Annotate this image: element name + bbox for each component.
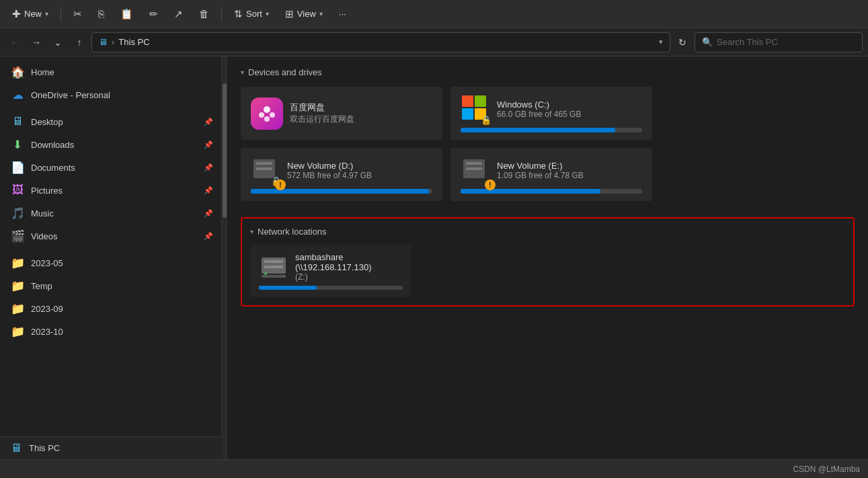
e-drive-icon (461, 155, 487, 182)
sidebar-footer[interactable]: 🖥 This PC (0, 436, 222, 459)
share-icon: ↗ (174, 8, 183, 20)
delete-button[interactable]: 🗑 (192, 5, 216, 22)
e-drive-card[interactable]: ! New Volume (E:) 1.09 GB free of 4.78 G… (450, 148, 652, 201)
main-layout: 🏠 Home ☁ OneDrive - Personal 🖥 Desktop 📌… (0, 56, 868, 459)
baidu-svg (256, 103, 278, 124)
forward-button[interactable]: → (27, 33, 46, 52)
baidu-name: 百度网盘 (290, 102, 354, 114)
sidebar-item-videos[interactable]: 🎬 Videos 📌 (0, 225, 221, 247)
svg-rect-12 (466, 162, 482, 165)
rename-button[interactable]: ✏ (143, 5, 165, 23)
svg-point-3 (264, 116, 270, 122)
thispc-label: This PC (29, 443, 60, 453)
samba-progress-bar (259, 286, 403, 290)
svg-point-17 (264, 272, 267, 275)
sidebar-item-documents[interactable]: 📄 Documents 📌 (0, 156, 221, 179)
new-button[interactable]: ✚ New ▾ (5, 5, 55, 23)
svg-rect-18 (262, 275, 286, 278)
sidebar-label-documents: Documents (31, 163, 197, 173)
content-area: ▾ Devices and drives 百度网盘 双击运行百度网盘 (227, 56, 868, 459)
samba-card-top: sambashare (\\192.168.117.130) (Z:) (259, 252, 403, 282)
sidebar-item-onedrive[interactable]: ☁ OneDrive - Personal (0, 83, 221, 106)
e-drive-progress-fill (461, 189, 600, 194)
sidebar-item-2023-05[interactable]: 📁 2023-05 (0, 251, 221, 274)
delete-icon: 🗑 (199, 8, 209, 19)
network-chevron-icon: ▾ (250, 228, 253, 235)
svg-rect-6 (462, 108, 473, 120)
cut-icon: ✂ (73, 8, 82, 20)
sidebar-item-temp[interactable]: 📁 Temp (0, 274, 221, 297)
sidebar-label-music: Music (31, 208, 197, 218)
svg-rect-5 (475, 95, 486, 107)
sort-label: Sort (246, 9, 262, 19)
more-label: ··· (339, 9, 346, 19)
d-drive-warn-icon: ! (275, 180, 286, 190)
view-button[interactable]: ⊞ View ▾ (278, 5, 329, 23)
pictures-icon: 🖼 (11, 184, 24, 197)
samba-sub: (Z:) (295, 272, 403, 282)
e-drive-warn-icon: ! (485, 180, 496, 190)
sidebar-label-downloads: Downloads (31, 140, 197, 150)
sidebar: 🏠 Home ☁ OneDrive - Personal 🖥 Desktop 📌… (0, 56, 222, 459)
sidebar-item-desktop[interactable]: 🖥 Desktop 📌 (0, 110, 221, 133)
paste-button[interactable]: 📋 (114, 5, 140, 23)
home-icon: 🏠 (11, 65, 24, 79)
folder-2023-05-icon: 📁 (11, 256, 24, 270)
sidebar-item-2023-10[interactable]: 📁 2023-10 (0, 320, 221, 343)
svg-point-0 (264, 106, 270, 113)
sidebar-item-home[interactable]: 🏠 Home (0, 61, 221, 83)
sort-button[interactable]: ⇅ Sort ▾ (227, 5, 276, 23)
c-drive-progress-bar (461, 128, 642, 132)
baidu-drive-card[interactable]: 百度网盘 双击运行百度网盘 (241, 87, 442, 140)
devices-chevron-icon: ▾ (241, 69, 244, 76)
sidebar-item-downloads[interactable]: ⬇ Downloads 📌 (0, 133, 221, 156)
e-drive-name: New Volume (E:) (497, 161, 642, 171)
d-drive-card[interactable]: 🔒 ! New Volume (D:) 572 MB free of 4.97 … (241, 148, 442, 201)
c-drive-free: 66.0 GB free of 465 GB (497, 110, 642, 119)
samba-name: sambashare (\\192.168.117.130) (295, 252, 403, 272)
samba-card[interactable]: sambashare (\\192.168.117.130) (Z:) (250, 245, 411, 297)
network-drive-icon (259, 252, 288, 282)
e-drive-free: 1.09 GB free of 4.78 GB (497, 171, 642, 180)
new-icon: ✚ (12, 8, 21, 20)
addressbar-row: ← → ⌄ ↑ 🖥 › This PC ▾ ↻ 🔍 Search This PC (0, 28, 868, 56)
up-button[interactable]: ↑ (70, 33, 89, 52)
sidebar-item-2023-09[interactable]: 📁 2023-09 (0, 297, 221, 320)
share-button[interactable]: ↗ (167, 5, 190, 23)
sidebar-label-home: Home (31, 67, 213, 77)
sidebar-label-onedrive: OneDrive - Personal (31, 90, 213, 100)
cut-button[interactable]: ✂ (67, 5, 89, 23)
c-drive-icon-area: 🔒 (461, 94, 490, 124)
svg-rect-16 (264, 266, 283, 268)
recent-button[interactable]: ⌄ (48, 33, 67, 52)
statusbar-text: CSDN @LtMamba (793, 465, 860, 474)
sidebar-label-2023-05: 2023-05 (31, 258, 213, 268)
search-icon: 🔍 (702, 37, 713, 47)
music-icon: 🎵 (11, 206, 24, 221)
sort-chevron: ▾ (266, 10, 269, 17)
address-pc-icon: 🖥 (99, 37, 108, 47)
search-placeholder: Search This PC (717, 37, 778, 47)
sidebar-item-music[interactable]: 🎵 Music 📌 (0, 202, 221, 225)
toolbar: ✚ New ▾ ✂ ⎘ 📋 ✏ ↗ 🗑 ⇅ Sort ▾ ⊞ View ▾ ··… (0, 0, 868, 28)
network-section-header[interactable]: ▾ Network locations (250, 227, 845, 237)
copy-button[interactable]: ⎘ (91, 5, 111, 22)
search-bar[interactable]: 🔍 Search This PC (695, 32, 863, 52)
svg-rect-9 (256, 162, 272, 165)
address-bar[interactable]: 🖥 › This PC ▾ (91, 32, 670, 52)
c-drive-lock-icon: 🔒 (481, 115, 491, 125)
baidu-logo (251, 97, 283, 130)
devices-section-header[interactable]: ▾ Devices and drives (241, 67, 855, 77)
more-button[interactable]: ··· (332, 6, 353, 22)
downloads-icon: ⬇ (11, 138, 24, 152)
refresh-button[interactable]: ↻ (673, 33, 692, 52)
sidebar-item-pictures[interactable]: 🖼 Pictures 📌 (0, 179, 221, 202)
folder-2023-09-icon: 📁 (11, 302, 24, 316)
e-drive-info: New Volume (E:) 1.09 GB free of 4.78 GB (497, 161, 642, 180)
c-drive-card[interactable]: 🔒 Windows (C:) 66.0 GB free of 465 GB (450, 87, 652, 140)
documents-pin-icon: 📌 (204, 163, 213, 172)
back-button[interactable]: ← (5, 33, 24, 52)
svg-point-2 (270, 112, 275, 118)
videos-pin-icon: 📌 (204, 232, 213, 241)
sidebar-scrollbar[interactable] (222, 56, 227, 459)
